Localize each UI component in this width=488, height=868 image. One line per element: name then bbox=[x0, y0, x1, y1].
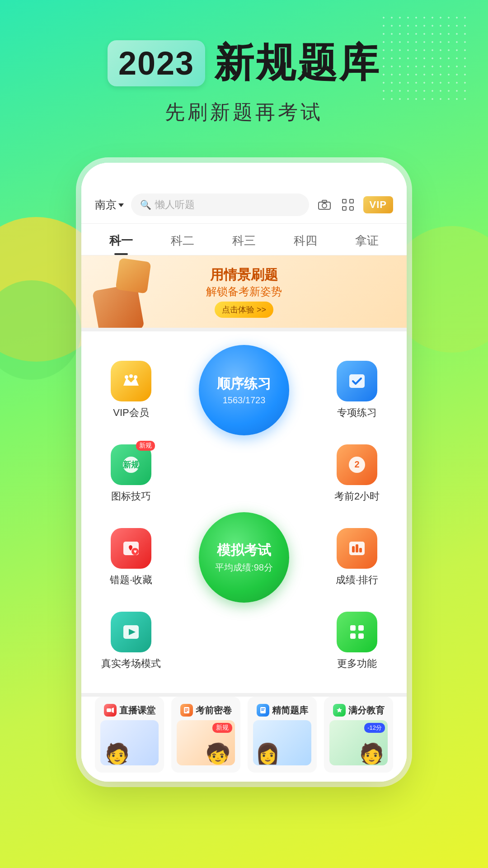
special-practice-icon bbox=[337, 361, 377, 401]
grid-item-vip[interactable]: VIP会员 bbox=[95, 361, 167, 420]
paper-header: 考前密卷 bbox=[180, 704, 232, 717]
fullscore-header: 满分教育 bbox=[333, 704, 385, 717]
svg-rect-28 bbox=[107, 708, 111, 712]
year-badge: 2023 bbox=[108, 40, 205, 86]
svg-point-8 bbox=[129, 374, 133, 378]
header-section: 2023 新规题库 先刷新题再考试 bbox=[0, 0, 488, 139]
person-figure-1: 🧑 bbox=[105, 742, 130, 765]
scan-icon[interactable] bbox=[340, 197, 356, 213]
grid-item-score[interactable]: 成绩·排行 bbox=[321, 528, 393, 587]
fullscore-label: 满分教育 bbox=[348, 704, 385, 717]
person-figure-4: 🧑 bbox=[359, 742, 384, 765]
realexam-icon bbox=[111, 612, 151, 652]
sequential-practice-button[interactable]: 顺序练习 1563/1723 bbox=[199, 345, 289, 435]
banner-button[interactable]: 点击体验 >> bbox=[215, 302, 273, 318]
svg-rect-3 bbox=[343, 199, 346, 203]
location-selector[interactable]: 南京 bbox=[95, 198, 124, 212]
bottom-section: 直播课堂 🧑 bbox=[81, 697, 407, 782]
banner-box2-decoration bbox=[115, 258, 151, 293]
svg-rect-2 bbox=[322, 200, 327, 203]
bottom-item-paper[interactable]: 考前密卷 新规 🧒 bbox=[171, 697, 240, 773]
tab-ke3[interactable]: 科三 bbox=[213, 224, 275, 255]
bottom-item-live[interactable]: 直播课堂 🧑 bbox=[95, 697, 164, 773]
banner-title: 用情景刷题 bbox=[206, 266, 282, 284]
vip-button[interactable]: VIP bbox=[363, 196, 393, 213]
live-icon bbox=[104, 704, 117, 717]
svg-point-1 bbox=[322, 203, 327, 208]
title-main: 新规题库 bbox=[214, 36, 380, 90]
main-grid: VIP会员 顺序练习 1563/1723 bbox=[81, 331, 407, 693]
chevron-down-icon bbox=[118, 203, 124, 207]
grid-row-3: ♥ 错题·收藏 模拟考试 平均成绩:98分 bbox=[95, 512, 393, 603]
exam2h-label: 考前2小时 bbox=[334, 490, 380, 503]
grid-item-exam2h[interactable]: 2 考前2小时 bbox=[321, 444, 393, 503]
phone-inner: 南京 🔍 懒人听题 bbox=[81, 163, 407, 782]
location-text: 南京 bbox=[95, 198, 117, 212]
title-row: 2023 新规题库 bbox=[27, 36, 461, 90]
nav-tabs: 科一 科二 科三 科四 拿证 bbox=[81, 224, 407, 255]
score-icon bbox=[337, 528, 377, 569]
paper-img: 新规 🧒 bbox=[177, 720, 235, 765]
exam2h-icon: 2 bbox=[337, 444, 377, 485]
sign-label: 图标技巧 bbox=[111, 490, 151, 503]
bottom-grid: 直播课堂 🧑 bbox=[95, 697, 393, 773]
svg-rect-25 bbox=[358, 625, 364, 631]
simple-label: 精简题库 bbox=[272, 704, 308, 717]
simple-img: 👩 bbox=[253, 720, 311, 765]
svg-rect-10 bbox=[349, 374, 365, 388]
sequential-title: 顺序练习 bbox=[217, 375, 271, 393]
phone-mockup: 南京 🔍 懒人听题 bbox=[81, 163, 407, 782]
grid-item-more[interactable]: 更多功能 bbox=[321, 612, 393, 670]
tab-ke1[interactable]: 科一 bbox=[90, 224, 152, 255]
new-badge-paper: 新规 bbox=[212, 723, 232, 733]
search-placeholder-text: 懒人听题 bbox=[155, 198, 195, 212]
phone-container: 南京 🔍 懒人听题 bbox=[81, 163, 407, 782]
svg-rect-24 bbox=[350, 625, 356, 631]
tab-ke2[interactable]: 科二 bbox=[152, 224, 213, 255]
svg-marker-29 bbox=[112, 708, 114, 713]
grid-item-wrong[interactable]: ♥ 错题·收藏 bbox=[95, 528, 167, 587]
divider-1 bbox=[81, 328, 407, 331]
grid-row-4: 真实考场模式 更多功能 bbox=[95, 612, 393, 670]
camera-icon[interactable] bbox=[316, 197, 333, 213]
svg-rect-4 bbox=[350, 199, 353, 203]
svg-point-7 bbox=[125, 375, 128, 379]
tab-ke4[interactable]: 科四 bbox=[275, 224, 336, 255]
grid-item-sign[interactable]: 新规 新规 图标技巧 bbox=[95, 444, 167, 503]
special-label: 专项练习 bbox=[337, 406, 377, 420]
wrong-label: 错题·收藏 bbox=[110, 573, 152, 587]
vip-label: VIP会员 bbox=[113, 406, 149, 420]
tab-get-license[interactable]: 拿证 bbox=[336, 224, 398, 255]
bottom-item-fullscore[interactable]: 满分教育 -12分 🧑 bbox=[324, 697, 393, 773]
more-icon bbox=[337, 612, 377, 652]
grid-item-special[interactable]: 专项练习 bbox=[321, 361, 393, 420]
svg-text:新规: 新规 bbox=[123, 460, 140, 469]
fullscore-img: -12分 🧑 bbox=[329, 720, 388, 765]
simple-header: 精简题库 bbox=[257, 704, 308, 717]
fullscore-icon bbox=[333, 704, 346, 717]
paper-icon bbox=[180, 704, 193, 717]
divider-2 bbox=[81, 693, 407, 697]
sequential-progress: 1563/1723 bbox=[223, 395, 266, 406]
new-badge: 新规 bbox=[136, 441, 155, 451]
mock-exam-button[interactable]: 模拟考试 平均成绩:98分 bbox=[199, 512, 289, 603]
score-label: 成绩·排行 bbox=[336, 573, 378, 587]
promo-banner[interactable]: 用情景刷题 解锁备考新姿势 点击体验 >> bbox=[81, 255, 407, 328]
search-bar[interactable]: 🔍 懒人听题 bbox=[131, 193, 309, 216]
topbar-icons: VIP bbox=[316, 196, 393, 213]
person-figure-2: 🧒 bbox=[206, 742, 230, 765]
vip-icon bbox=[111, 361, 151, 401]
svg-rect-26 bbox=[350, 633, 356, 639]
bottom-item-simple[interactable]: 精简题库 👩 bbox=[248, 697, 317, 773]
svg-text:♥: ♥ bbox=[133, 548, 136, 555]
search-icon: 🔍 bbox=[140, 199, 151, 210]
live-img: 🧑 bbox=[100, 720, 159, 765]
banner-subtitle: 解锁备考新姿势 bbox=[206, 284, 282, 299]
more-label: 更多功能 bbox=[337, 657, 377, 670]
mock-score: 平均成绩:98分 bbox=[215, 561, 273, 574]
grid-item-realexam[interactable]: 真实考场模式 bbox=[95, 612, 167, 670]
live-header: 直播课堂 bbox=[104, 704, 155, 717]
discount-badge: -12分 bbox=[364, 723, 385, 733]
simple-icon bbox=[257, 704, 269, 717]
svg-text:2: 2 bbox=[354, 459, 359, 469]
